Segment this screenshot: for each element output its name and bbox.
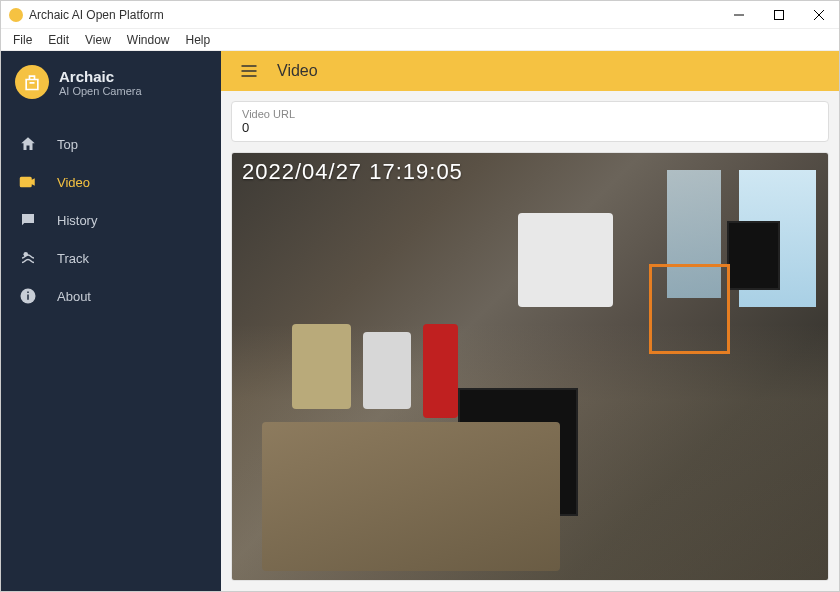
window-titlebar: Archaic AI Open Platform (1, 1, 839, 29)
sidebar-item-label: History (57, 213, 97, 228)
video-timestamp: 2022/04/27 17:19:05 (242, 159, 463, 185)
content-area: Video Video URL (221, 51, 839, 591)
sidebar-nav: Top Video History Track (1, 125, 221, 315)
sidebar-item-about[interactable]: About (1, 277, 221, 315)
hamburger-icon[interactable] (239, 61, 259, 81)
video-url-label: Video URL (242, 108, 818, 120)
brand-block: Archaic AI Open Camera (1, 51, 221, 117)
detection-box (649, 264, 729, 354)
video-feed (232, 153, 828, 580)
video-url-input[interactable] (242, 120, 818, 135)
video-frame: 2022/04/27 17:19:05 (231, 152, 829, 581)
home-icon (19, 135, 37, 153)
sidebar-item-label: Top (57, 137, 78, 152)
page-title: Video (277, 62, 318, 80)
chat-icon (19, 211, 37, 229)
app-icon (9, 8, 23, 22)
svg-rect-4 (27, 292, 29, 294)
maximize-button[interactable] (759, 1, 799, 29)
svg-point-1 (24, 252, 29, 257)
sidebar: Archaic AI Open Camera Top Video (1, 51, 221, 591)
minimize-button[interactable] (719, 1, 759, 29)
menu-bar: File Edit View Window Help (1, 29, 839, 51)
window-title: Archaic AI Open Platform (29, 8, 164, 22)
menu-window[interactable]: Window (121, 31, 176, 49)
svg-rect-3 (27, 295, 29, 300)
brand-logo-icon (15, 65, 49, 99)
sidebar-item-label: Video (57, 175, 90, 190)
sidebar-item-top[interactable]: Top (1, 125, 221, 163)
video-url-box[interactable]: Video URL (231, 101, 829, 142)
info-icon (19, 287, 37, 305)
menu-edit[interactable]: Edit (42, 31, 75, 49)
brand-name: Archaic (59, 68, 142, 85)
track-icon (19, 249, 37, 267)
close-button[interactable] (799, 1, 839, 29)
window-controls (719, 1, 839, 29)
menu-help[interactable]: Help (180, 31, 217, 49)
menu-view[interactable]: View (79, 31, 117, 49)
brand-subtitle: AI Open Camera (59, 85, 142, 97)
content-header: Video (221, 51, 839, 91)
sidebar-item-history[interactable]: History (1, 201, 221, 239)
sidebar-item-label: About (57, 289, 91, 304)
menu-file[interactable]: File (7, 31, 38, 49)
svg-rect-0 (775, 10, 784, 19)
sidebar-item-video[interactable]: Video (1, 163, 221, 201)
sidebar-item-track[interactable]: Track (1, 239, 221, 277)
video-icon (19, 173, 37, 191)
sidebar-item-label: Track (57, 251, 89, 266)
